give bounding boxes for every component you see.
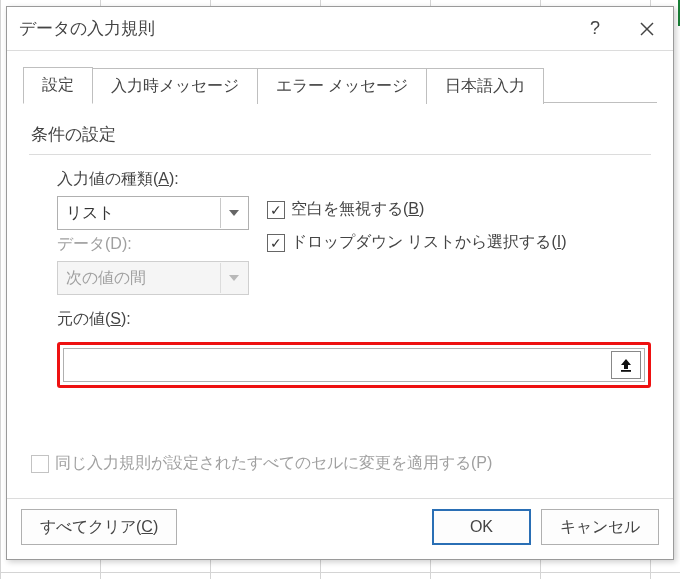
chevron-down-icon: [220, 263, 246, 293]
checkbox-box: [31, 455, 49, 473]
settings-panel: 条件の設定 入力値の種類(A): リスト データ(D): 次の値の間: [23, 103, 657, 488]
check-icon: ✓: [270, 203, 282, 217]
allow-label: 入力値の種類(A):: [57, 169, 249, 190]
ok-button[interactable]: OK: [432, 509, 531, 545]
titlebar: データの入力規則 ?: [7, 7, 673, 51]
tab-settings[interactable]: 設定: [23, 67, 93, 104]
dialog-footer: すべてクリア(C) OK キャンセル: [7, 498, 673, 559]
checkbox-label: 空白を無視する(B): [291, 199, 424, 220]
dialog-title: データの入力規則: [19, 17, 569, 40]
checkbox-box: ✓: [267, 234, 285, 252]
tab-label: エラー メッセージ: [276, 77, 408, 94]
cancel-button[interactable]: キャンセル: [541, 509, 659, 545]
clear-all-button[interactable]: すべてクリア(C): [21, 509, 177, 545]
arrow-up-icon: [619, 357, 633, 373]
checkbox-label: 同じ入力規則が設定されたすべてのセルに変更を適用する(P): [55, 453, 492, 474]
data-combobox: 次の値の間: [57, 261, 249, 295]
check-icon: ✓: [270, 236, 282, 250]
data-value: 次の値の間: [66, 268, 220, 289]
allow-combobox[interactable]: リスト: [57, 196, 249, 230]
section-rule: [29, 154, 651, 155]
source-input[interactable]: [64, 349, 608, 381]
collapse-dialog-button[interactable]: [611, 351, 641, 379]
close-icon: [639, 21, 655, 37]
ignore-blank-checkbox[interactable]: ✓ 空白を無視する(B): [267, 199, 567, 220]
data-label: データ(D):: [57, 234, 249, 255]
help-button[interactable]: ?: [569, 7, 621, 51]
in-cell-dropdown-checkbox[interactable]: ✓ ドロップダウン リストから選択する(I): [267, 232, 567, 253]
allow-value: リスト: [66, 203, 220, 224]
chevron-down-icon: [220, 198, 246, 228]
section-title: 条件の設定: [31, 123, 651, 146]
button-label: キャンセル: [560, 517, 640, 538]
svg-rect-2: [621, 370, 631, 372]
data-validation-dialog: データの入力規則 ? 設定 入力時メッセージ エラー メッセージ 日本語入力 条…: [6, 6, 674, 560]
help-icon: ?: [590, 18, 600, 39]
source-label: 元の値(S):: [57, 309, 651, 330]
close-button[interactable]: [621, 7, 673, 51]
apply-all-checkbox: 同じ入力規則が設定されたすべてのセルに変更を適用する(P): [31, 453, 651, 474]
tab-label: 設定: [42, 76, 74, 93]
tab-error-alert[interactable]: エラー メッセージ: [257, 68, 427, 104]
tab-input-message[interactable]: 入力時メッセージ: [92, 68, 258, 104]
button-label: OK: [470, 518, 493, 536]
source-highlight: [57, 342, 651, 388]
tab-label: 入力時メッセージ: [111, 77, 239, 94]
checkbox-label: ドロップダウン リストから選択する(I): [291, 232, 567, 253]
checkbox-box: ✓: [267, 201, 285, 219]
tab-label: 日本語入力: [445, 77, 525, 94]
tabstrip: 設定 入力時メッセージ エラー メッセージ 日本語入力: [23, 69, 657, 103]
tab-ime-mode[interactable]: 日本語入力: [426, 68, 544, 104]
